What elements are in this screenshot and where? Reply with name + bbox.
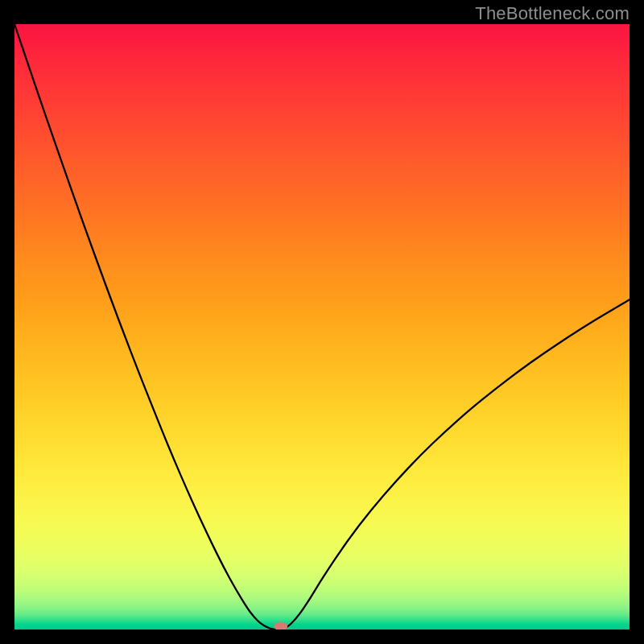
chart-svg [14,24,630,630]
gradient-background [14,24,630,630]
watermark-text: TheBottleneck.com [475,3,630,24]
plot-area [14,24,630,630]
chart-container: TheBottleneck.com [0,0,644,644]
